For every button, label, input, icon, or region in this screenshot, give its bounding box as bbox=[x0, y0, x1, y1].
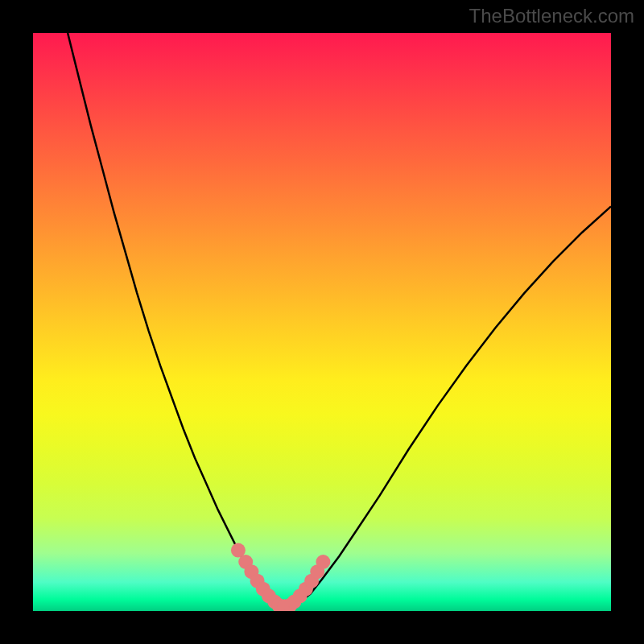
markers-group bbox=[231, 543, 331, 611]
marker-point bbox=[316, 555, 330, 569]
right-curve bbox=[296, 206, 611, 605]
left-curve bbox=[68, 33, 296, 611]
chart-container: TheBottleneck.com bbox=[0, 0, 644, 644]
chart-svg bbox=[33, 33, 611, 611]
plot-area bbox=[33, 33, 611, 611]
watermark: TheBottleneck.com bbox=[469, 5, 634, 27]
